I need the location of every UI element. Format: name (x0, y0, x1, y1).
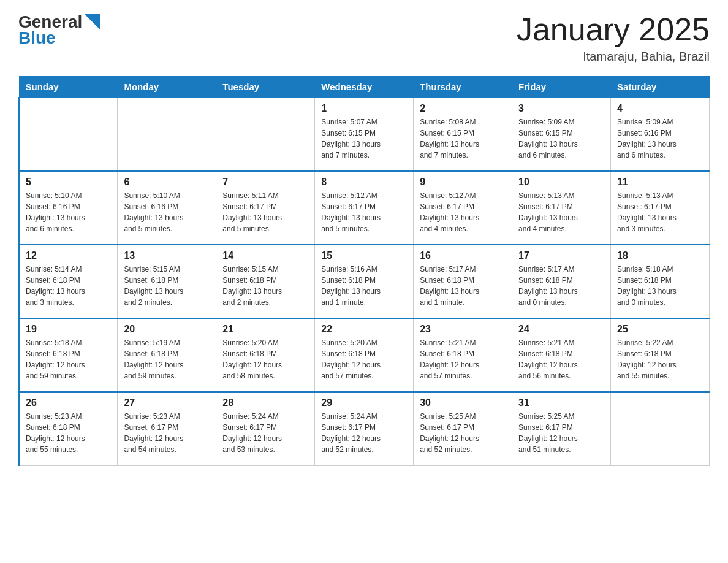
day-number: 22 (321, 324, 407, 335)
calendar-cell (19, 98, 118, 171)
day-info: Sunrise: 5:09 AM Sunset: 6:15 PM Dayligh… (518, 117, 604, 161)
calendar-cell: 12Sunrise: 5:14 AM Sunset: 6:18 PM Dayli… (19, 245, 118, 318)
day-info: Sunrise: 5:09 AM Sunset: 6:16 PM Dayligh… (617, 117, 703, 161)
header-sunday: Sunday (19, 77, 118, 98)
calendar-cell: 6Sunrise: 5:10 AM Sunset: 6:16 PM Daylig… (118, 171, 216, 245)
day-number: 24 (518, 324, 604, 335)
day-number: 5 (26, 177, 111, 188)
day-info: Sunrise: 5:19 AM Sunset: 6:18 PM Dayligh… (124, 337, 210, 381)
day-number: 21 (222, 324, 308, 335)
day-number: 23 (420, 324, 506, 335)
day-info: Sunrise: 5:18 AM Sunset: 6:18 PM Dayligh… (26, 337, 111, 381)
title-block: January 2025 Itamaraju, Bahia, Brazil (517, 12, 710, 64)
page-header: General Blue January 2025 Itamaraju, Bah… (18, 12, 710, 64)
day-info: Sunrise: 5:07 AM Sunset: 6:15 PM Dayligh… (321, 117, 407, 161)
day-number: 14 (222, 250, 308, 261)
header-monday: Monday (118, 77, 216, 98)
calendar-cell: 18Sunrise: 5:18 AM Sunset: 6:18 PM Dayli… (611, 245, 710, 318)
calendar-cell: 15Sunrise: 5:16 AM Sunset: 6:18 PM Dayli… (315, 245, 414, 318)
calendar-cell: 17Sunrise: 5:17 AM Sunset: 6:18 PM Dayli… (512, 245, 611, 318)
calendar-cell: 3Sunrise: 5:09 AM Sunset: 6:15 PM Daylig… (512, 98, 611, 171)
day-info: Sunrise: 5:21 AM Sunset: 6:18 PM Dayligh… (420, 337, 506, 381)
calendar-cell: 21Sunrise: 5:20 AM Sunset: 6:18 PM Dayli… (216, 318, 315, 392)
calendar-week-row: 26Sunrise: 5:23 AM Sunset: 6:18 PM Dayli… (19, 392, 710, 465)
day-info: Sunrise: 5:11 AM Sunset: 6:17 PM Dayligh… (222, 190, 308, 234)
day-info: Sunrise: 5:23 AM Sunset: 6:18 PM Dayligh… (26, 411, 111, 455)
day-number: 20 (124, 324, 210, 335)
day-number: 11 (617, 177, 703, 188)
header-thursday: Thursday (414, 77, 512, 98)
logo-text-blue: Blue (18, 28, 56, 48)
calendar-week-row: 12Sunrise: 5:14 AM Sunset: 6:18 PM Dayli… (19, 245, 710, 318)
day-number: 4 (617, 103, 703, 114)
calendar-cell: 8Sunrise: 5:12 AM Sunset: 6:17 PM Daylig… (315, 171, 414, 245)
day-info: Sunrise: 5:14 AM Sunset: 6:18 PM Dayligh… (26, 264, 111, 308)
calendar-cell: 27Sunrise: 5:23 AM Sunset: 6:17 PM Dayli… (118, 392, 216, 465)
day-number: 9 (420, 177, 506, 188)
calendar-subtitle: Itamaraju, Bahia, Brazil (517, 50, 710, 64)
day-info: Sunrise: 5:20 AM Sunset: 6:18 PM Dayligh… (321, 337, 407, 381)
calendar-cell: 16Sunrise: 5:17 AM Sunset: 6:18 PM Dayli… (414, 245, 512, 318)
day-number: 31 (518, 397, 604, 408)
day-info: Sunrise: 5:13 AM Sunset: 6:17 PM Dayligh… (518, 190, 604, 234)
calendar-cell: 23Sunrise: 5:21 AM Sunset: 6:18 PM Dayli… (414, 318, 512, 392)
day-info: Sunrise: 5:24 AM Sunset: 6:17 PM Dayligh… (321, 411, 407, 455)
day-info: Sunrise: 5:25 AM Sunset: 6:17 PM Dayligh… (420, 411, 506, 455)
day-number: 1 (321, 103, 407, 114)
day-info: Sunrise: 5:24 AM Sunset: 6:17 PM Dayligh… (222, 411, 308, 455)
calendar-cell: 5Sunrise: 5:10 AM Sunset: 6:16 PM Daylig… (19, 171, 118, 245)
day-info: Sunrise: 5:12 AM Sunset: 6:17 PM Dayligh… (321, 190, 407, 234)
logo-icon (83, 13, 102, 31)
day-info: Sunrise: 5:22 AM Sunset: 6:18 PM Dayligh… (617, 337, 703, 381)
calendar-cell: 2Sunrise: 5:08 AM Sunset: 6:15 PM Daylig… (414, 98, 512, 171)
day-info: Sunrise: 5:17 AM Sunset: 6:18 PM Dayligh… (518, 264, 604, 308)
header-friday: Friday (512, 77, 611, 98)
day-number: 12 (26, 250, 111, 261)
header-tuesday: Tuesday (216, 77, 315, 98)
day-number: 13 (124, 250, 210, 261)
header-saturday: Saturday (611, 77, 710, 98)
calendar-table: SundayMondayTuesdayWednesdayThursdayFrid… (18, 76, 710, 466)
calendar-cell: 1Sunrise: 5:07 AM Sunset: 6:15 PM Daylig… (315, 98, 414, 171)
svg-marker-0 (85, 14, 100, 30)
calendar-cell: 9Sunrise: 5:12 AM Sunset: 6:17 PM Daylig… (414, 171, 512, 245)
day-info: Sunrise: 5:08 AM Sunset: 6:15 PM Dayligh… (420, 117, 506, 161)
day-number: 17 (518, 250, 604, 261)
day-info: Sunrise: 5:15 AM Sunset: 6:18 PM Dayligh… (222, 264, 308, 308)
calendar-cell: 11Sunrise: 5:13 AM Sunset: 6:17 PM Dayli… (611, 171, 710, 245)
calendar-cell: 22Sunrise: 5:20 AM Sunset: 6:18 PM Dayli… (315, 318, 414, 392)
day-info: Sunrise: 5:13 AM Sunset: 6:17 PM Dayligh… (617, 190, 703, 234)
day-info: Sunrise: 5:10 AM Sunset: 6:16 PM Dayligh… (124, 190, 210, 234)
calendar-cell (216, 98, 315, 171)
calendar-cell: 25Sunrise: 5:22 AM Sunset: 6:18 PM Dayli… (611, 318, 710, 392)
day-number: 16 (420, 250, 506, 261)
calendar-cell: 20Sunrise: 5:19 AM Sunset: 6:18 PM Dayli… (118, 318, 216, 392)
calendar-week-row: 1Sunrise: 5:07 AM Sunset: 6:15 PM Daylig… (19, 98, 710, 171)
calendar-cell: 26Sunrise: 5:23 AM Sunset: 6:18 PM Dayli… (19, 392, 118, 465)
day-info: Sunrise: 5:16 AM Sunset: 6:18 PM Dayligh… (321, 264, 407, 308)
calendar-cell (118, 98, 216, 171)
day-number: 25 (617, 324, 703, 335)
day-info: Sunrise: 5:23 AM Sunset: 6:17 PM Dayligh… (124, 411, 210, 455)
calendar-cell: 30Sunrise: 5:25 AM Sunset: 6:17 PM Dayli… (414, 392, 512, 465)
day-info: Sunrise: 5:17 AM Sunset: 6:18 PM Dayligh… (420, 264, 506, 308)
day-number: 15 (321, 250, 407, 261)
day-info: Sunrise: 5:20 AM Sunset: 6:18 PM Dayligh… (222, 337, 308, 381)
calendar-week-row: 5Sunrise: 5:10 AM Sunset: 6:16 PM Daylig… (19, 171, 710, 245)
calendar-title: January 2025 (517, 12, 710, 47)
day-number: 26 (26, 397, 111, 408)
calendar-cell: 7Sunrise: 5:11 AM Sunset: 6:17 PM Daylig… (216, 171, 315, 245)
day-number: 29 (321, 397, 407, 408)
day-number: 30 (420, 397, 506, 408)
calendar-week-row: 19Sunrise: 5:18 AM Sunset: 6:18 PM Dayli… (19, 318, 710, 392)
day-number: 18 (617, 250, 703, 261)
day-info: Sunrise: 5:18 AM Sunset: 6:18 PM Dayligh… (617, 264, 703, 308)
day-number: 8 (321, 177, 407, 188)
calendar-cell (611, 392, 710, 465)
day-number: 10 (518, 177, 604, 188)
calendar-cell: 31Sunrise: 5:25 AM Sunset: 6:17 PM Dayli… (512, 392, 611, 465)
calendar-header-row: SundayMondayTuesdayWednesdayThursdayFrid… (19, 77, 710, 98)
day-number: 2 (420, 103, 506, 114)
calendar-cell: 28Sunrise: 5:24 AM Sunset: 6:17 PM Dayli… (216, 392, 315, 465)
calendar-cell: 10Sunrise: 5:13 AM Sunset: 6:17 PM Dayli… (512, 171, 611, 245)
